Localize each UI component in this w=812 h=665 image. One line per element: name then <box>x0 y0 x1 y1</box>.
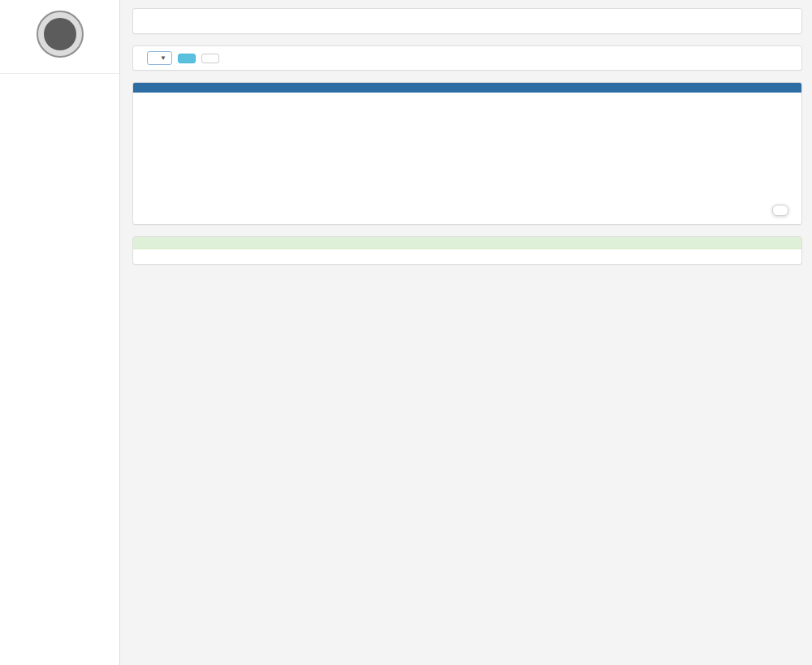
detail-panel <box>132 236 802 265</box>
sidebar <box>0 0 120 665</box>
chart-panel-title <box>133 83 801 93</box>
footer <box>132 276 802 291</box>
caret-down-icon: ▼ <box>160 54 166 62</box>
profit-chart-svg <box>141 99 793 221</box>
breadcrumb <box>132 8 802 34</box>
filter-panel: ▼ <box>132 45 802 71</box>
brand-block <box>0 0 119 74</box>
year-select[interactable]: ▼ <box>147 51 172 65</box>
detail-panel-title <box>133 237 801 249</box>
chart-tooltip <box>772 205 788 216</box>
app-logo <box>37 11 84 58</box>
lihat-laporan-button[interactable] <box>178 54 196 63</box>
tahun-ini-button[interactable] <box>201 54 219 63</box>
chart-panel <box>132 82 802 225</box>
app-root: ▼ <box>0 0 812 665</box>
main-content: ▼ <box>120 0 812 665</box>
profit-chart <box>133 93 801 224</box>
logo-placeholder-text <box>44 18 76 50</box>
detail-panel-body <box>133 249 801 264</box>
